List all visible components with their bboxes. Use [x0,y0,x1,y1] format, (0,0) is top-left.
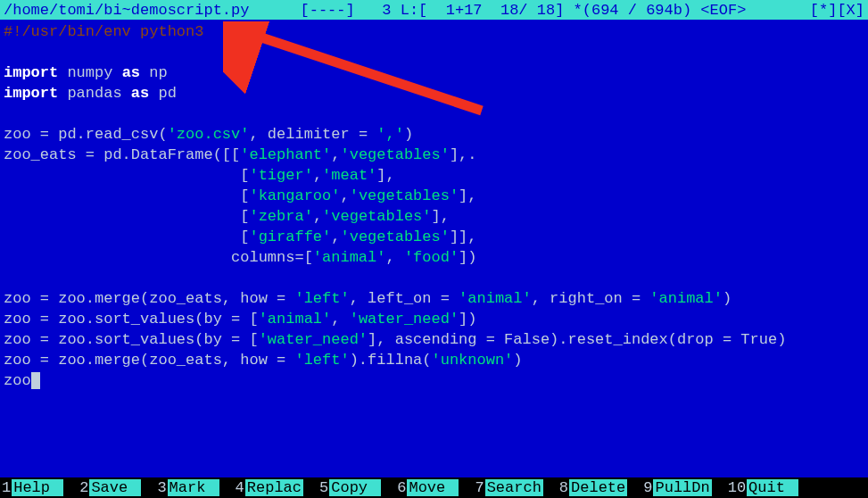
fkey-help[interactable]: 1Help [2,479,63,496]
code-line [4,42,864,62]
fkey-mark[interactable]: 3Mark [157,479,219,496]
code-line: zoo = pd.read_csv('zoo.csv', delimiter =… [4,124,864,145]
code-line: import pandas as pd [4,83,864,104]
code-line: ['giraffe','vegetables']], [4,227,864,247]
editor-status: [----] 3 L:[ 1+17 18/ 18] *(694 / 694b) … [273,2,864,19]
fkey-quit[interactable]: 10Quit [728,479,798,496]
fkey-replace[interactable]: 4Replac [236,479,303,496]
editor-area[interactable]: #!/usr/bin/env python3 import numpy as n… [0,20,868,477]
code-line [4,268,864,288]
code-line: ['zebra','vegetables'], [4,206,864,227]
code-line: ['tiger','meat'], [4,165,864,186]
code-line [4,104,864,124]
code-line: ['kangaroo','vegetables'], [4,186,864,206]
code-line: zoo [4,370,864,391]
fkey-save[interactable]: 2Save [79,479,141,496]
code-line: zoo = zoo.sort_values(by = ['water_need'… [4,329,864,350]
code-line: zoo = zoo.sort_values(by = ['animal', 'w… [4,309,864,329]
fkey-search[interactable]: 7Search [475,479,542,496]
fkey-copy[interactable]: 5Copy [319,479,381,496]
fkey-pulldn[interactable]: 9PullDn [643,479,711,496]
code-line: zoo = zoo.merge(zoo_eats, how = 'left', … [4,288,864,309]
file-path: /home/tomi/bi~demoscript.py [4,2,249,19]
code-line: zoo = zoo.merge(zoo_eats, how = 'left').… [4,350,864,370]
code-line: #!/usr/bin/env python3 [4,21,864,42]
code-line: import numpy as np [4,62,864,83]
footer-bar: 1Help 2Save 3Mark 4Replac 5Copy 6Move 7S… [0,477,868,498]
fkey-move[interactable]: 6Move [397,479,459,496]
cursor [31,372,40,389]
code-line: zoo_eats = pd.DataFrame([['elephant','ve… [4,145,864,165]
code-line: columns=['animal', 'food']) [4,247,864,268]
titlebar: /home/tomi/bi~demoscript.py [----] 3 L:[… [0,0,868,20]
fkey-delete[interactable]: 8Delete [559,479,627,496]
